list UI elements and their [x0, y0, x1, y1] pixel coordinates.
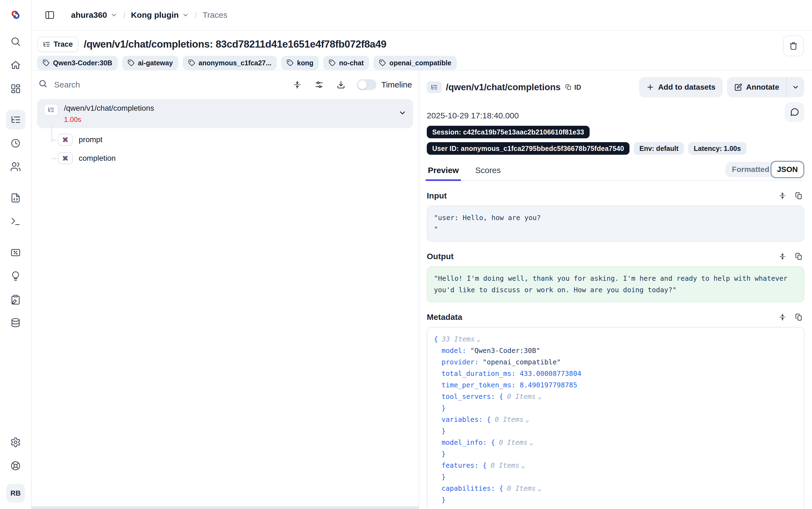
sidebar-item-sessions[interactable] — [6, 133, 26, 153]
format-option-formatted[interactable]: Formatted — [726, 162, 778, 177]
copy-icon — [795, 252, 803, 261]
annotate-dropdown-button[interactable] — [787, 77, 804, 97]
tree-child-row[interactable]: completion — [51, 149, 413, 168]
annotate-button[interactable]: Annotate — [727, 77, 786, 97]
user-badge-row: User ID: anonymous_c1fca2795bbedc5f36678… — [427, 142, 804, 155]
horizontal-scrollbar[interactable] — [32, 506, 418, 509]
breadcrumb-page[interactable]: Traces — [203, 10, 228, 20]
chevron-down-icon — [110, 11, 117, 19]
tree-child-row[interactable]: prompt — [51, 130, 413, 149]
output-text: "Hello! I'm doing well, thank you for as… — [434, 274, 787, 294]
input-title: Input — [427, 191, 447, 200]
collapse-section-button[interactable] — [777, 251, 788, 262]
trace-tag[interactable]: anonymous_c1fca27... — [183, 56, 277, 70]
sidebar-item-annotation[interactable] — [6, 290, 26, 309]
json-colon: : — [512, 381, 520, 389]
tracing-tree-icon — [43, 40, 50, 48]
sidebar-item-support[interactable] — [6, 456, 26, 476]
trace-tag[interactable]: kong — [281, 56, 319, 70]
collapse-section-button[interactable] — [777, 312, 788, 323]
timeline-toggle[interactable] — [357, 79, 376, 90]
percent-card-icon — [10, 247, 21, 258]
json-key: total_duration_ms — [442, 370, 512, 377]
add-to-datasets-button[interactable]: Add to datasets — [639, 77, 723, 97]
tag-icon — [43, 59, 50, 66]
trace-timestamp: 2025-10-29 17:18:40.000 — [427, 111, 804, 120]
sidebar-item-search[interactable] — [6, 32, 26, 52]
sidebar-item-prompts[interactable] — [6, 188, 26, 208]
json-colon: : — [512, 370, 520, 377]
collapse-vertical-icon — [778, 252, 786, 261]
sidebar-item-evals[interactable] — [6, 243, 26, 263]
chevron-down-icon[interactable] — [398, 109, 407, 119]
json-items-count[interactable]: 0 Items⌄ — [507, 393, 542, 401]
copy-section-button[interactable] — [793, 312, 804, 323]
user-avatar[interactable]: RB — [6, 484, 25, 503]
panel-left-icon — [44, 10, 55, 20]
pen-square-icon — [734, 83, 742, 91]
sidebar-item-tracing[interactable] — [6, 110, 26, 130]
sidebar-item-datasets[interactable] — [6, 313, 26, 333]
view-settings-button[interactable] — [311, 76, 327, 93]
tree-root-duration: 1.00s — [64, 115, 398, 124]
json-items-count[interactable]: 0 Items⌄ — [491, 462, 525, 469]
tag-icon — [329, 59, 336, 66]
output-content: "Hello! I'm doing well, thank you for as… — [427, 266, 804, 302]
database-icon — [10, 318, 21, 329]
lifebuoy-icon — [10, 460, 21, 471]
breadcrumb-org-label: ahura360 — [71, 10, 107, 20]
breadcrumb-org[interactable]: ahura360 — [71, 10, 117, 20]
sidebar-item-insights[interactable] — [6, 266, 26, 286]
detail-actions: Add to datasets Annotate — [639, 77, 804, 97]
json-colon: : — [491, 393, 499, 401]
json-items-count[interactable]: 0 Items⌄ — [495, 415, 529, 423]
comments-button[interactable] — [785, 102, 804, 122]
delete-trace-button[interactable] — [783, 36, 804, 56]
json-key: model_info — [442, 438, 483, 446]
json-items-count[interactable]: 0 Items⌄ — [507, 484, 542, 492]
session-badge[interactable]: Session: c42fca19b75e13aac2b2106610f81e3… — [427, 126, 590, 138]
tag-label: Qwen3-Coder:30B — [53, 59, 112, 67]
breadcrumb-page-label: Traces — [203, 10, 228, 20]
metadata-json-viewer[interactable]: {33 Items⌄ model: "Qwen3-Coder:30B" prov… — [427, 327, 804, 509]
trace-tag[interactable]: no-chat — [323, 56, 369, 70]
collapse-all-button[interactable] — [289, 76, 305, 93]
sidebar-item-dashboards[interactable] — [6, 79, 26, 98]
collapse-section-button[interactable] — [777, 190, 788, 201]
json-items-count[interactable]: 33 Items⌄ — [442, 335, 480, 343]
trace-tag[interactable]: Qwen3-Coder:30B — [37, 56, 118, 70]
app-logo — [6, 5, 25, 24]
collapse-vertical-icon — [778, 192, 786, 200]
format-option-json[interactable]: JSON — [771, 161, 804, 178]
tab-preview[interactable]: Preview — [427, 166, 460, 180]
json-line: {33 Items⌄ — [434, 334, 797, 345]
json-line: tool_servers: {0 Items⌄ — [434, 391, 797, 402]
app-window: RB ahura360 / Kong plugin / Traces — [0, 0, 812, 509]
search-input[interactable] — [54, 80, 284, 90]
copy-section-button[interactable] — [793, 190, 804, 201]
sidebar-item-home[interactable] — [6, 55, 26, 75]
user-id-badge[interactable]: User ID: anonymous_c1fca2795bbedc5f36678… — [427, 142, 629, 155]
copy-section-button[interactable] — [793, 251, 804, 262]
copy-id-button[interactable]: ID — [565, 83, 581, 91]
breadcrumb-project[interactable]: Kong plugin — [131, 10, 189, 20]
trace-tag[interactable]: openai_compatible — [373, 56, 456, 70]
sidebar-item-playground[interactable] — [6, 212, 26, 231]
event-pinwheel-icon — [62, 155, 69, 162]
download-button[interactable] — [333, 76, 349, 93]
tree-root-row[interactable]: /qwen/v1/chat/completions 1.00s — [37, 99, 413, 128]
tab-scores[interactable]: Scores — [474, 166, 502, 180]
sidebar-nav — [6, 32, 26, 337]
json-number-value: 433.00008773804 — [520, 370, 581, 377]
sidebar-item-settings[interactable] — [6, 433, 26, 452]
chevron-down-icon: ⌄ — [521, 462, 525, 469]
trace-tag[interactable]: ai-gateway — [122, 56, 178, 70]
id-label: ID — [574, 83, 581, 91]
detail-title: /qwen/v1/chat/completions — [446, 82, 561, 92]
panel-toggle-button[interactable] — [40, 6, 59, 24]
tag-label: kong — [297, 59, 313, 67]
search-icon — [38, 79, 47, 91]
json-items-count[interactable]: 0 Items⌄ — [499, 438, 533, 446]
sidebar-item-users[interactable] — [6, 157, 26, 177]
tag-label: openai_compatible — [389, 59, 451, 67]
